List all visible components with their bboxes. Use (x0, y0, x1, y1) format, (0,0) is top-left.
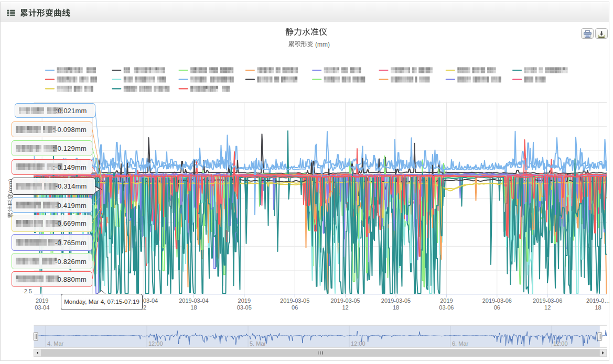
svg-text:-2.5: -2.5 (22, 288, 32, 294)
svg-text:03-06: 03-06 (439, 304, 454, 311)
svg-text:2019-03-04: 2019-03-04 (179, 297, 208, 304)
svg-text:2019-03-06: 2019-03-06 (533, 297, 562, 304)
svg-text:2019: 2019 (440, 297, 453, 304)
svg-text:06: 06 (494, 304, 500, 311)
svg-text:2019: 2019 (238, 297, 251, 304)
svg-text:12:00: 12:00 (148, 340, 163, 347)
svg-text:2019-03-05: 2019-03-05 (381, 297, 411, 304)
svg-text:2019-03-05: 2019-03-05 (280, 297, 309, 304)
svg-text:2019-0…: 2019-0… (586, 297, 610, 304)
svg-text:12: 12 (544, 304, 551, 311)
svg-text:18: 18 (595, 304, 601, 311)
svg-text:03-04: 03-04 (35, 304, 49, 311)
svg-text:12: 12 (342, 304, 348, 311)
svg-text:(mm): (mm) (315, 41, 330, 48)
svg-text:12:00: 12:00 (351, 340, 365, 347)
svg-text:06: 06 (292, 304, 298, 311)
svg-text:2019-03-05: 2019-03-05 (330, 297, 360, 304)
svg-text:18: 18 (393, 304, 399, 311)
svg-text:4. Mar: 4. Mar (47, 340, 64, 347)
svg-text:2019-03-06: 2019-03-06 (482, 297, 512, 304)
svg-text:5. Mar: 5. Mar (250, 340, 266, 347)
svg-text:03-05: 03-05 (237, 304, 252, 311)
svg-text:2019: 2019 (36, 297, 48, 304)
svg-text:6. Mar: 6. Mar (452, 340, 469, 347)
svg-text:18: 18 (190, 304, 197, 311)
svg-text:12:00: 12:00 (553, 340, 568, 347)
